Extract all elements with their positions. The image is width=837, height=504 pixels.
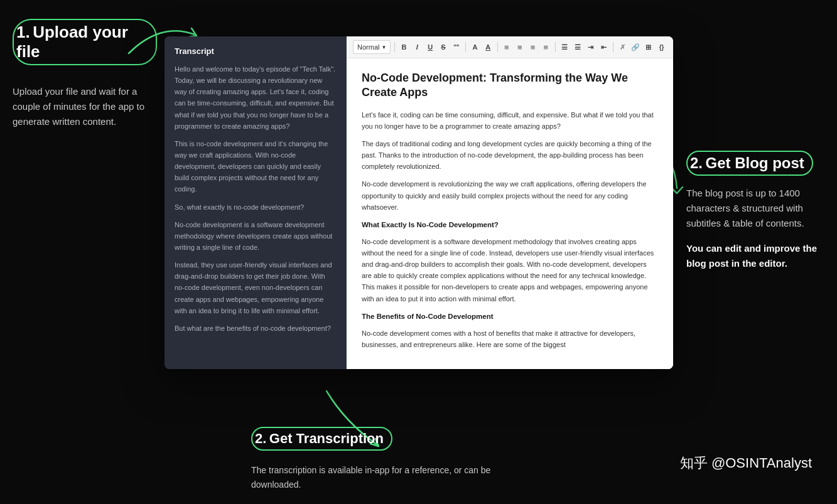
- blog-p1: Let's face it, coding can be time consum…: [362, 109, 658, 132]
- blog-title: No-Code Development: Transforming the Wa…: [362, 71, 658, 100]
- step-2-number: 2.: [690, 154, 703, 171]
- blog-p4: No-code development is a software develo…: [362, 236, 658, 304]
- toolbar-separator-1: [394, 42, 395, 52]
- step-3-highlight: 2. Get Transcription: [251, 427, 392, 451]
- step-3-number: 2.: [255, 431, 266, 446]
- toolbar-separator-4: [555, 42, 556, 52]
- italic-button[interactable]: I: [412, 40, 423, 54]
- step-1-description: Upload your file and wait for a couple o…: [13, 84, 157, 129]
- clear-format-button[interactable]: ✗: [617, 40, 628, 54]
- step-1-title: 1.: [16, 23, 30, 41]
- blog-panel: Normal ▼ B I U S "" A A ≡ ≡ ≡ ≡ ☰ ☰ ⇥ ⇤ …: [347, 36, 673, 369]
- toolbar-separator-2: [465, 42, 466, 52]
- blog-p3: No-code development is revolutionizing t…: [362, 178, 658, 212]
- list-button[interactable]: ☰: [559, 40, 570, 54]
- transcript-panel: Transcript Hello and welcome to today's …: [165, 36, 347, 369]
- ordered-list-button[interactable]: ☰: [572, 40, 583, 54]
- step-1-highlight: 1. Upload your file: [13, 19, 157, 65]
- link-button[interactable]: 🔗: [630, 40, 640, 54]
- toolbar-separator-5: [613, 42, 613, 52]
- transcript-title: Transcript: [175, 46, 336, 56]
- transcript-p6: But what are the benefits of no-code dev…: [175, 323, 336, 334]
- blog-p5: No-code development comes with a host of…: [362, 328, 658, 350]
- step-3-title: Get Transcription: [269, 431, 384, 446]
- chevron-down-icon: ▼: [381, 45, 386, 50]
- highlight-button[interactable]: A: [483, 40, 494, 54]
- underline-button[interactable]: U: [425, 40, 436, 54]
- table-button[interactable]: ⊞: [643, 40, 654, 54]
- editor-window: Transcript Hello and welcome to today's …: [165, 36, 673, 369]
- transcript-text: Hello and welcome to today's episode of …: [175, 63, 336, 334]
- blog-body: Let's face it, coding can be time consum…: [362, 109, 658, 350]
- blog-heading-2: The Benefits of No-Code Development: [362, 311, 658, 323]
- align-right-button[interactable]: ≡: [527, 40, 538, 54]
- watermark: 知乎 @OSINTAnalyst: [680, 454, 812, 473]
- step-3-description: The transcription is available in-app fo…: [251, 463, 502, 491]
- step-2-description: The blog post is up to 1400 characters &…: [686, 186, 831, 231]
- indent-button[interactable]: ⇥: [585, 40, 596, 54]
- transcript-p2: This is no-code development and it's cha…: [175, 138, 336, 195]
- font-color-button[interactable]: A: [470, 40, 480, 54]
- step-1-title-text: Upload your file: [16, 23, 128, 61]
- blog-heading-1: What Exactly Is No-Code Development?: [362, 219, 658, 231]
- strikethrough-button[interactable]: S: [438, 40, 449, 54]
- style-dropdown[interactable]: Normal ▼: [353, 40, 391, 54]
- transcript-p1: Hello and welcome to today's episode of …: [175, 63, 336, 132]
- transcript-p5: Instead, they use user-friendly visual i…: [175, 259, 336, 316]
- blog-p2: The days of traditional coding and long …: [362, 138, 658, 172]
- bold-button[interactable]: B: [399, 40, 409, 54]
- step-2-title: Get Blog post: [705, 154, 804, 171]
- code-button[interactable]: {}: [656, 40, 667, 54]
- transcript-p3: So, what exactly is no-code development?: [175, 201, 336, 213]
- toolbar-separator-3: [497, 42, 498, 52]
- step-3-panel: 2. Get Transcription The transcription i…: [251, 427, 502, 491]
- step-2-highlight: 2. Get Blog post: [686, 151, 813, 176]
- align-center-button[interactable]: ≡: [514, 40, 525, 54]
- blog-content: No-Code Development: Transforming the Wa…: [347, 58, 673, 369]
- transcript-p4: No-code development is a software develo…: [175, 219, 336, 253]
- outdent-button[interactable]: ⇤: [598, 40, 609, 54]
- align-justify-button[interactable]: ≡: [541, 40, 551, 54]
- step-1-panel: 1. Upload your file Upload your file and…: [13, 19, 157, 129]
- toolbar: Normal ▼ B I U S "" A A ≡ ≡ ≡ ≡ ☰ ☰ ⇥ ⇤ …: [347, 36, 673, 58]
- align-left-button[interactable]: ≡: [501, 40, 512, 54]
- quote-button[interactable]: "": [451, 40, 462, 54]
- step-2-description-2: You can edit and improve the blog post i…: [686, 241, 831, 271]
- step-2-panel: 2. Get Blog post The blog post is up to …: [686, 151, 831, 271]
